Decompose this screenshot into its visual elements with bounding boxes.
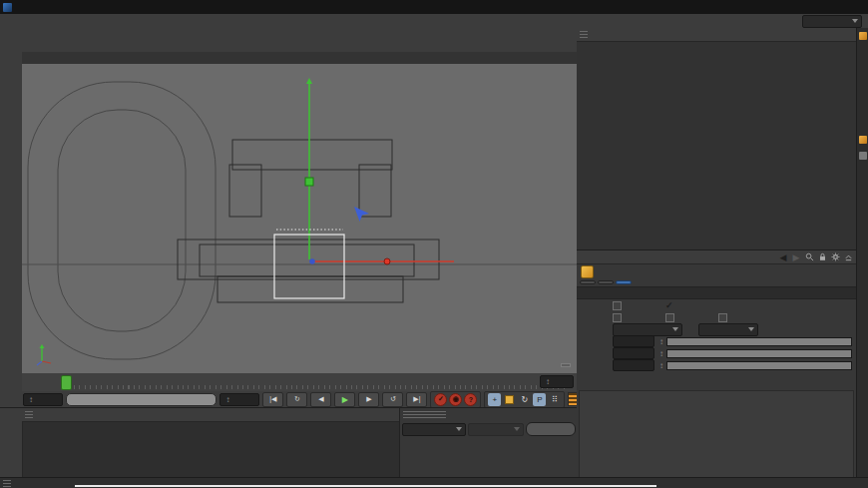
size-mode-dropdown[interactable] [468,423,524,436]
current-frame-spinner[interactable]: ↕ [540,375,574,388]
panel-grip-icon[interactable] [403,411,446,418]
attribute-menu: ◀ ▶ [577,250,856,264]
range-end-field[interactable]: ↕ [219,393,259,406]
play-button[interactable]: ▶ [334,392,355,407]
base-outlines [178,140,439,302]
x-axis-handle [384,258,390,264]
tab-axis[interactable] [580,280,596,284]
radius-slider[interactable] [666,337,852,346]
attribute-manager: ◀ ▶ ✓ [577,249,856,478]
tab-content-browser[interactable] [857,52,868,60]
apply-button[interactable] [526,422,576,436]
cinema4d-window: ↕ ↕ ↕ |◀ ↻ ◀ ▶ ▶ ↺ ▶| ✓ ◉ ? + ↻ P ⠿ [0,0,868,488]
maxon-brand [0,408,23,478]
key-pla-toggle[interactable]: ⠿ [548,393,561,406]
background-spline-outlines [28,82,216,359]
frame-ticks [74,385,565,389]
surface-checkbox[interactable] [613,313,622,322]
enable-checkbox[interactable] [613,301,622,310]
step-forward-button[interactable]: ▶ [358,392,379,407]
panel-grip-icon[interactable] [580,31,588,38]
goto-end-button[interactable]: ▶| [406,392,427,407]
history-forward-icon[interactable]: ▶ [791,252,801,262]
panel-grip-icon[interactable] [25,411,33,418]
playhead[interactable] [61,375,72,390]
tab-attributes-icon[interactable] [857,132,868,148]
title-bar [0,0,868,14]
keyframe-selection-button[interactable]: ? [464,393,477,406]
mode-dropdown[interactable] [698,323,758,336]
attribute-tabs [577,279,856,286]
autokey-button[interactable]: ◉ [449,393,462,406]
y-axis-arrow [306,78,312,84]
section-header[interactable] [577,286,856,299]
viewport-menu [22,52,577,64]
wireframe-scene [22,64,577,373]
panel-grip-icon [3,480,11,487]
object-manager[interactable] [577,28,856,249]
falloff-curve-editor[interactable] [579,390,854,478]
main-toolbar [0,28,580,53]
goto-start-button[interactable]: |◀ [262,392,283,407]
right-edge-tabs [856,28,868,477]
loop-button[interactable]: ↺ [382,392,403,407]
tab-structure[interactable] [857,60,868,68]
key-rotation-toggle[interactable]: ↻ [518,393,531,406]
restrict-checkbox[interactable] [718,313,727,322]
coordinates-panel [399,407,578,478]
material-menu [22,408,399,422]
range-start-field[interactable]: ↕ [23,393,63,406]
menu-bar [0,14,868,29]
origin-handle [309,258,315,264]
video-progress-line [75,485,656,487]
preview-check[interactable]: ✓ [665,300,673,310]
strength-field[interactable] [613,347,654,359]
tab-takes[interactable] [857,44,868,52]
transport-bar: ↕ ↕ |◀ ↻ ◀ ▶ ▶ ↺ ▶| ✓ ◉ ? + ↻ P ⠿ [22,391,578,408]
keying-toggles: + ↻ P ⠿ [484,391,565,408]
tab-object-manager-icon[interactable] [857,28,868,44]
gear-icon[interactable] [830,252,840,262]
axis-gizmo [37,344,51,365]
y-axis-handle [305,178,313,186]
z-axis-arrow [354,207,369,222]
width-slider[interactable] [666,361,852,370]
record-group: ✓ ◉ ? [430,391,481,408]
coordinate-mode-dropdown[interactable] [402,423,466,436]
scale-tool-icon [581,265,594,278]
timeline-ruler[interactable]: ↕ [22,373,577,392]
left-toolbar [0,52,23,409]
app-icon [3,3,12,12]
frame-range-slider[interactable] [66,393,217,406]
key-position-toggle[interactable]: + [488,393,501,406]
strength-slider[interactable] [666,349,852,358]
viewport[interactable] [22,52,577,373]
material-manager[interactable] [0,407,399,478]
width-field[interactable] [613,359,654,371]
record-keyframe-button[interactable]: ✓ [434,393,447,406]
viewport-canvas[interactable] [22,64,577,373]
step-back-button[interactable]: ◀ [310,392,331,407]
tab-soft-selection[interactable] [616,280,632,284]
falloff-dropdown[interactable] [613,323,682,336]
right-panel: ◀ ▶ ✓ [577,28,856,477]
radius-field[interactable] [613,335,654,347]
expand-up-icon[interactable] [843,252,853,262]
grid-spacing-label [561,363,571,367]
lock-icon[interactable] [817,252,827,262]
search-icon[interactable] [804,252,814,262]
play-backwards-loop-button[interactable]: ↻ [286,392,307,407]
history-back-icon[interactable]: ◀ [778,252,788,262]
tab-object-axis[interactable] [598,280,614,284]
key-scale-toggle[interactable] [503,393,516,406]
key-parameter-toggle[interactable]: P [533,393,546,406]
interface-dropdown[interactable] [802,15,862,28]
object-manager-menu [577,28,856,42]
rubber-checkbox[interactable] [665,313,674,322]
tab-layers-icon[interactable] [857,148,868,164]
